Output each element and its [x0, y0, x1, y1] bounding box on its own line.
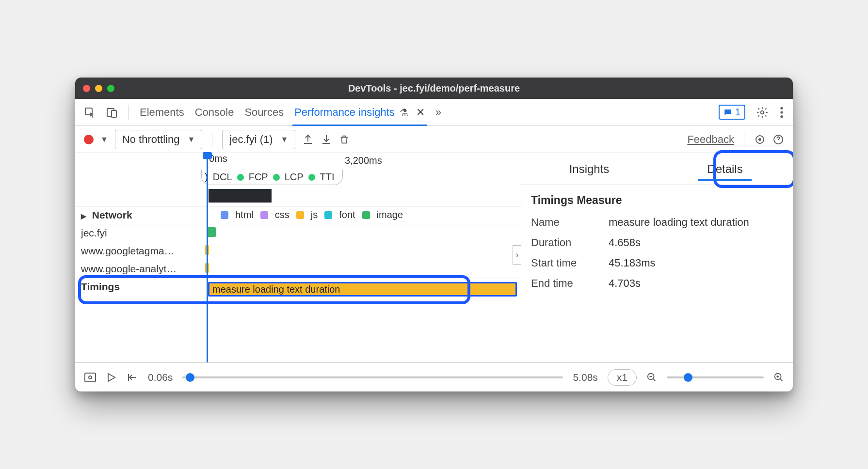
svg-point-4 — [780, 107, 783, 109]
swatch-js-icon — [296, 211, 304, 219]
playback-start-time: 0.06s — [148, 372, 173, 383]
svg-rect-10 — [85, 373, 96, 382]
network-header-row: ▶ Network html css js font image — [75, 206, 521, 224]
devtools-window: DevTools - jec.fyi/demo/perf-measure Ele… — [75, 78, 793, 391]
tab-console[interactable]: Console — [195, 106, 234, 119]
playback-speed[interactable]: x1 — [608, 369, 637, 386]
timeline-tick: 3,200ms — [345, 155, 382, 166]
experiment-icon: ⚗ — [400, 107, 408, 118]
rewind-icon[interactable] — [126, 372, 138, 383]
delete-icon[interactable] — [339, 134, 350, 145]
divider — [129, 105, 129, 120]
slider-thumb[interactable] — [186, 373, 194, 382]
network-row[interactable]: jec.fyi — [75, 224, 521, 242]
swatch-css-icon — [260, 211, 268, 219]
detail-row: End time4.703s — [521, 273, 793, 294]
record-menu-caret[interactable]: ▼ — [100, 135, 108, 144]
metric-dcl: DCL — [213, 172, 232, 183]
svg-point-8 — [759, 139, 761, 141]
tab-details[interactable]: Details — [657, 153, 793, 185]
messages-count: 1 — [735, 107, 740, 118]
right-pane-tabs: Insights Details — [521, 153, 793, 185]
settings-icon[interactable] — [756, 106, 769, 119]
network-host-label: jec.fyi — [75, 224, 201, 242]
svg-point-5 — [780, 111, 783, 113]
timings-section-label[interactable]: Timings — [75, 278, 201, 305]
network-legend: html css js font image — [201, 206, 521, 223]
maximize-window-button[interactable] — [107, 85, 114, 92]
close-tab-icon[interactable]: ✕ — [416, 106, 425, 118]
divider — [212, 132, 212, 147]
metric-tti: TTI — [320, 172, 335, 183]
metric-fcp: FCP — [249, 172, 268, 183]
titlebar: DevTools - jec.fyi/demo/perf-measure — [75, 78, 793, 99]
panel-settings-icon[interactable] — [754, 134, 766, 145]
chevron-down-icon: ▼ — [187, 135, 195, 144]
tab-insights[interactable]: Insights — [521, 153, 657, 185]
playhead[interactable] — [207, 153, 208, 362]
detail-row: Namemeasure loading text duration — [521, 212, 793, 233]
swatch-image-icon — [362, 211, 370, 219]
messages-badge[interactable]: 1 — [719, 105, 745, 120]
details-title: Timings Measure — [521, 185, 793, 212]
detail-row: Duration4.658s — [521, 233, 793, 253]
slider-thumb[interactable] — [684, 373, 692, 382]
close-window-button[interactable] — [83, 85, 90, 92]
svg-point-3 — [761, 110, 764, 114]
network-row[interactable]: www.googletagma… — [75, 242, 521, 260]
zoom-in-icon[interactable] — [773, 372, 784, 383]
play-icon[interactable] — [106, 372, 116, 383]
metric-lcp: LCP — [285, 172, 304, 183]
feedback-link[interactable]: Feedback — [687, 133, 734, 146]
recording-value: jec.fyi (1) — [229, 133, 273, 146]
tti-dot-icon — [308, 174, 315, 181]
swatch-font-icon — [324, 211, 332, 219]
help-icon[interactable] — [772, 134, 784, 145]
disclosure-triangle-icon[interactable]: ▶ — [81, 212, 86, 220]
playback-end-time: 5.08s — [573, 372, 597, 383]
playback-slider[interactable] — [182, 376, 563, 378]
export-icon[interactable] — [302, 134, 314, 145]
main-area: 0ms 3,200ms ) DCL FCP LCP TTI ▶ — [75, 153, 793, 362]
device-toggle-icon[interactable] — [106, 107, 118, 118]
svg-point-11 — [89, 376, 92, 379]
network-host-label: www.googletagma… — [75, 242, 201, 260]
insights-toolbar: ▼ No throttling ▼ jec.fyi (1) ▼ Feedback — [75, 126, 793, 153]
playback-bar: 0.06s 5.08s x1 — [75, 362, 793, 391]
tab-performance-insights[interactable]: Performance insights ⚗ ✕ — [294, 106, 425, 119]
network-section-label[interactable]: ▶ Network — [75, 206, 201, 224]
zoom-slider[interactable] — [667, 376, 764, 378]
more-tabs-button[interactable]: » — [435, 106, 441, 119]
tab-label: Performance insights — [294, 106, 395, 118]
recording-select[interactable]: jec.fyi (1) ▼ — [222, 130, 295, 149]
throttling-value: No throttling — [122, 133, 180, 146]
window-title: DevTools - jec.fyi/demo/perf-measure — [75, 83, 793, 94]
zoom-out-icon[interactable] — [646, 372, 657, 383]
panel-tabs: Elements Console Sources Performance ins… — [75, 99, 793, 126]
svg-rect-2 — [112, 110, 116, 117]
record-button[interactable] — [84, 135, 94, 144]
timeline-header: 0ms 3,200ms ) DCL FCP LCP TTI — [75, 153, 521, 206]
timings-row[interactable]: Timings measure loading text duration — [75, 278, 521, 305]
traffic-lights — [83, 85, 114, 92]
timeline-pane[interactable]: 0ms 3,200ms ) DCL FCP LCP TTI ▶ — [75, 153, 521, 362]
preview-toggle-icon[interactable] — [84, 372, 96, 383]
timing-measure-bar[interactable]: measure loading text duration — [208, 282, 517, 297]
inspect-icon[interactable] — [84, 107, 96, 118]
kebab-menu-icon[interactable] — [779, 106, 784, 119]
svg-point-6 — [780, 115, 783, 118]
details-pane: Insights Details Timings Measure Namemea… — [521, 153, 793, 362]
minimize-window-button[interactable] — [95, 85, 102, 92]
network-host-label: www.google-analyt… — [75, 260, 201, 278]
chevron-down-icon: ▼ — [281, 135, 289, 144]
network-row[interactable]: www.google-analyt… — [75, 260, 521, 278]
network-bar[interactable] — [207, 227, 216, 237]
import-icon[interactable] — [321, 134, 332, 145]
divider — [744, 132, 744, 147]
metrics-pill[interactable]: ) DCL FCP LCP TTI — [201, 170, 343, 185]
expand-sidebar-handle[interactable]: › — [513, 245, 521, 265]
tab-sources[interactable]: Sources — [244, 106, 284, 119]
swatch-html-icon — [221, 211, 228, 219]
tab-elements[interactable]: Elements — [140, 106, 184, 119]
throttling-select[interactable]: No throttling ▼ — [115, 130, 202, 149]
